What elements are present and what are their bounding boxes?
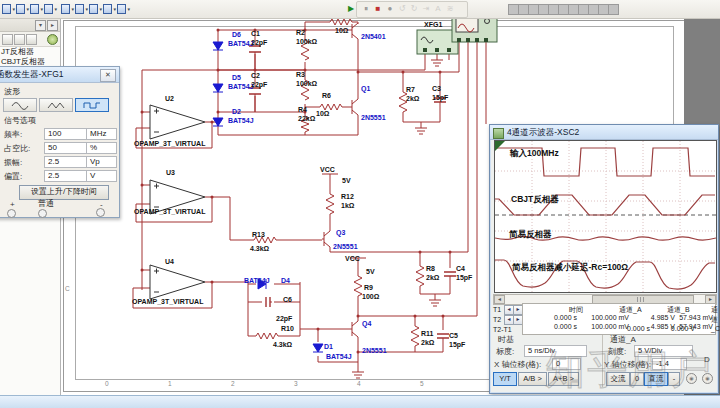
dc-coupling-button[interactable]: 直流 bbox=[644, 372, 668, 386]
sim-tool-2[interactable]: ↻ bbox=[408, 2, 420, 15]
field-value-input[interactable]: 2.5 bbox=[44, 170, 87, 182]
sim-tool-3[interactable]: ⇥ bbox=[420, 2, 432, 15]
component-icon bbox=[117, 4, 126, 14]
plus-terminal[interactable] bbox=[7, 209, 16, 218]
timebase-scale-field[interactable]: 5 ns/Div bbox=[524, 345, 587, 357]
scope-title[interactable]: 4通道示波器-XSC2 bbox=[490, 125, 718, 140]
component-toolbar-button-8[interactable]: ▾ bbox=[103, 2, 116, 15]
xsc2-instrument-icon bbox=[452, 18, 497, 42]
field-value-input[interactable]: 2.5 bbox=[44, 156, 87, 168]
chevron-down-icon: ▾ bbox=[113, 6, 116, 12]
field-unit-input[interactable]: V bbox=[86, 170, 117, 182]
component-icon bbox=[103, 4, 112, 14]
component-toolbar-button-3[interactable]: ▾ bbox=[30, 2, 43, 15]
signal-field-row: 频率: 100 MHz bbox=[0, 127, 119, 141]
signal-field-row: 振幅: 2.5 Vp bbox=[0, 155, 119, 169]
t1-chc: 57.943 mV bbox=[679, 314, 713, 321]
ypos-field[interactable]: -1.4 bbox=[652, 358, 687, 370]
zero-coupling-button[interactable]: 0 bbox=[630, 372, 644, 386]
component-toolbar-button-6[interactable]: ▾ bbox=[75, 2, 88, 15]
save-icon[interactable] bbox=[26, 34, 37, 45]
run-button[interactable]: ▶ bbox=[345, 2, 357, 15]
sim-tool-5[interactable]: ≋ bbox=[444, 2, 456, 15]
channel-scale-label: 刻度: bbox=[608, 346, 626, 357]
component-toolbar-button-4[interactable]: ▾ bbox=[44, 2, 57, 15]
waveform-section-label: 波形 bbox=[4, 86, 119, 97]
panel-minimize-button[interactable]: ▾ bbox=[35, 20, 46, 31]
field-unit-input[interactable]: % bbox=[86, 142, 117, 154]
sine-wave-button[interactable] bbox=[3, 98, 37, 112]
signal-field-row: 占空比: 50 % bbox=[0, 141, 119, 155]
timebase-scale-label: 标度: bbox=[496, 346, 514, 357]
component-icon bbox=[30, 4, 39, 14]
panel-dock-button[interactable]: ▸ bbox=[47, 20, 58, 31]
channel-scale-field[interactable]: 5 V/Div bbox=[634, 345, 693, 357]
probe-terminal-icon[interactable]: ◉ bbox=[702, 373, 713, 384]
record-button[interactable]: ● bbox=[384, 2, 396, 15]
minus-coupling-button[interactable]: - bbox=[668, 372, 680, 386]
signal-options-label: 信号选项 bbox=[4, 115, 119, 126]
t2-time: 0.000 s bbox=[554, 323, 577, 330]
sine-wave-icon bbox=[11, 101, 29, 110]
field-unit-input[interactable]: MHz bbox=[86, 128, 117, 140]
chevron-down-icon: ▾ bbox=[99, 6, 102, 12]
component-toolbar-button-7[interactable]: ▾ bbox=[89, 2, 102, 15]
sim-tool-1[interactable]: ↺ bbox=[396, 2, 408, 15]
dt-time: 0.000 s bbox=[610, 325, 650, 332]
scroll-left-icon[interactable]: ◄ bbox=[494, 295, 505, 304]
signal-field-row: 偏置: 2.5 V bbox=[0, 169, 119, 183]
edge-label: D bbox=[704, 355, 710, 364]
field-label: 频率: bbox=[4, 129, 22, 140]
component-toolbar-button-2[interactable]: ▾ bbox=[16, 2, 29, 15]
toolbar-placeholder-11[interactable] bbox=[608, 4, 619, 15]
field-value-input[interactable]: 50 bbox=[44, 142, 87, 154]
xpos-label: X 轴位移(格): bbox=[494, 359, 541, 370]
component-toolbar-button-1[interactable]: ▾ bbox=[2, 2, 15, 15]
component-icon bbox=[44, 4, 53, 14]
field-label: 占空比: bbox=[4, 143, 30, 154]
chevron-down-icon: ▾ bbox=[40, 6, 43, 12]
component-icon bbox=[2, 4, 11, 14]
t1-chb: 4.985 V bbox=[651, 314, 675, 321]
panel-toolbar bbox=[0, 32, 60, 47]
ac-coupling-button[interactable]: 交流 bbox=[606, 372, 630, 386]
xpos-field[interactable]: 0 bbox=[552, 358, 581, 370]
common-terminal[interactable] bbox=[38, 209, 47, 218]
component-toolbar-button-9[interactable]: ▾ bbox=[117, 2, 130, 15]
stop-button[interactable]: ■ bbox=[372, 2, 384, 15]
square-wave-icon bbox=[83, 101, 101, 110]
ypos-label: Y 轴位移(格): bbox=[604, 359, 651, 370]
component-icon bbox=[75, 4, 84, 14]
component-icon bbox=[16, 4, 25, 14]
status-bar bbox=[0, 395, 720, 408]
field-unit-input[interactable]: Vp bbox=[86, 156, 117, 168]
t1-cha: 100.000 mV bbox=[591, 314, 629, 321]
triangle-wave-button[interactable] bbox=[39, 98, 73, 112]
component-toolbar-button-5[interactable]: ▾ bbox=[61, 2, 74, 15]
ab-mode-button[interactable]: A/B > bbox=[518, 372, 547, 386]
options-icon[interactable] bbox=[47, 34, 58, 45]
minus-terminal[interactable] bbox=[96, 208, 105, 217]
square-wave-button[interactable] bbox=[75, 98, 109, 112]
chevron-down-icon: ▾ bbox=[26, 6, 29, 12]
field-label: 振幅: bbox=[4, 157, 22, 168]
design-tree-item[interactable]: JT反相器 bbox=[0, 47, 60, 57]
ground-terminal-icon[interactable]: ◉ bbox=[686, 373, 697, 384]
component-icon bbox=[89, 4, 98, 14]
set-rise-fall-button[interactable]: 设置上升/下降时间 bbox=[19, 185, 109, 200]
new-document-icon[interactable] bbox=[2, 34, 13, 45]
field-value-input[interactable]: 100 bbox=[44, 128, 87, 140]
pause-button[interactable]: ⏸ bbox=[360, 2, 372, 15]
field-label: 偏置: bbox=[4, 171, 22, 182]
oscilloscope-window: 4通道示波器-XSC2 ◄ ► bbox=[489, 124, 719, 394]
component-icon bbox=[61, 4, 70, 14]
sim-tool-4[interactable]: A bbox=[432, 2, 444, 15]
open-folder-icon[interactable] bbox=[14, 34, 25, 45]
aplusb-mode-button[interactable]: A+B > bbox=[548, 372, 579, 386]
chevron-down-icon: ▾ bbox=[12, 6, 15, 12]
close-icon[interactable]: ✕ bbox=[100, 69, 116, 82]
yt-mode-button[interactable]: Y/T bbox=[493, 372, 517, 386]
triangle-wave-icon bbox=[47, 101, 65, 110]
chevron-down-icon: ▾ bbox=[85, 6, 88, 12]
channel-group-label: 通道_A bbox=[610, 334, 636, 345]
